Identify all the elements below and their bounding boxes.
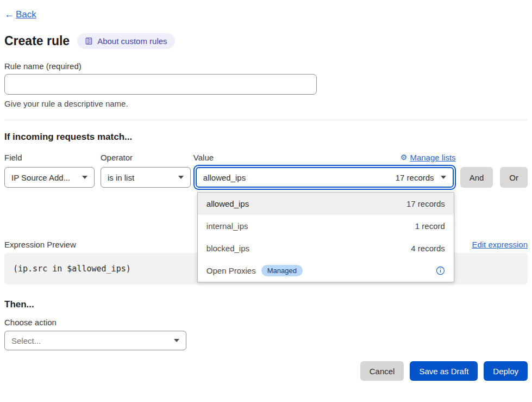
action-select[interactable]: Select...	[4, 331, 186, 350]
field-select-value: IP Source Add...	[11, 173, 70, 182]
list-item-open-proxies[interactable]: Open Proxies Managed	[198, 259, 454, 282]
manage-lists-link[interactable]: ⚙Manage lists	[400, 153, 456, 162]
field-select[interactable]: IP Source Add...	[4, 167, 95, 188]
info-icon[interactable]	[436, 266, 445, 275]
operator-column: Operator is in list	[101, 152, 191, 188]
operator-label: Operator	[101, 153, 133, 162]
about-custom-rules-link[interactable]: About custom rules	[77, 33, 174, 49]
or-button[interactable]: Or	[500, 167, 528, 188]
footer-actions: Cancel Save as Draft Deploy	[4, 361, 528, 381]
save-as-draft-button[interactable]: Save as Draft	[410, 361, 478, 381]
section-divider	[4, 120, 528, 120]
book-icon	[85, 37, 93, 45]
value-label: Value	[193, 153, 214, 162]
field-column: Field IP Source Add...	[4, 152, 95, 188]
list-item-records: 1 record	[415, 221, 445, 231]
action-select-placeholder: Select...	[11, 336, 41, 345]
deploy-button[interactable]: Deploy	[484, 361, 528, 381]
back-link[interactable]: ←Back	[4, 9, 36, 20]
chevron-down-icon	[174, 339, 179, 342]
expression-preview-label: Expression Preview	[4, 240, 76, 249]
value-column: Value ⚙Manage lists allowed_ips 17 recor…	[193, 152, 456, 190]
operator-select-value: is in list	[108, 173, 134, 182]
chevron-down-icon	[178, 176, 184, 179]
match-controls-row: Field IP Source Add... Operator is in li…	[4, 152, 528, 190]
choose-action-label: Choose action	[4, 318, 528, 327]
value-select[interactable]: allowed_ips 17 records	[196, 167, 454, 188]
operator-select[interactable]: is in list	[101, 167, 191, 188]
value-select-value: allowed_ips	[203, 173, 246, 182]
value-select-meta: 17 records	[396, 173, 434, 182]
list-item-name: Open Proxies	[206, 266, 256, 275]
chevron-down-icon	[82, 176, 87, 179]
list-item-name: blocked_ips	[206, 244, 249, 253]
list-item-name: internal_ips	[206, 221, 248, 231]
expression-code: (ip.src in $allowed_ips)	[13, 264, 131, 274]
left-arrow-icon: ←	[4, 9, 14, 20]
list-item-name: allowed_ips	[206, 199, 249, 208]
list-item-blocked-ips[interactable]: blocked_ips 4 records	[198, 237, 454, 259]
header: Create rule About custom rules	[4, 33, 528, 49]
list-item-internal-ips[interactable]: internal_ips 1 record	[198, 215, 454, 237]
rule-name-input[interactable]	[4, 74, 317, 95]
then-section-heading: Then...	[4, 299, 528, 310]
rule-name-helper: Give your rule a descriptive name.	[4, 99, 528, 108]
chevron-down-icon	[441, 176, 446, 179]
list-item-records: 17 records	[406, 199, 445, 208]
rule-name-label: Rule name (required)	[4, 61, 528, 71]
edit-expression-link[interactable]: Edit expression	[472, 240, 528, 249]
match-section-heading: If incoming requests match...	[4, 132, 528, 143]
manage-lists-label: Manage lists	[410, 153, 455, 162]
gear-icon: ⚙	[400, 153, 408, 162]
lists-dropdown-panel: allowed_ips 17 records internal_ips 1 re…	[197, 192, 454, 282]
and-button[interactable]: And	[460, 167, 493, 188]
managed-badge: Managed	[261, 265, 303, 276]
back-link-label: Back	[16, 9, 36, 20]
create-rule-page: ←Back Create rule About custom rules Rul…	[0, 0, 532, 381]
cancel-button[interactable]: Cancel	[360, 361, 404, 381]
about-pill-label: About custom rules	[97, 36, 167, 46]
page-title: Create rule	[4, 34, 70, 48]
value-select-focus-ring: allowed_ips 17 records allowed_ips 17 re…	[193, 165, 456, 190]
list-item-allowed-ips[interactable]: allowed_ips 17 records	[198, 193, 454, 215]
field-label: Field	[4, 153, 22, 162]
list-item-records: 4 records	[411, 244, 445, 253]
